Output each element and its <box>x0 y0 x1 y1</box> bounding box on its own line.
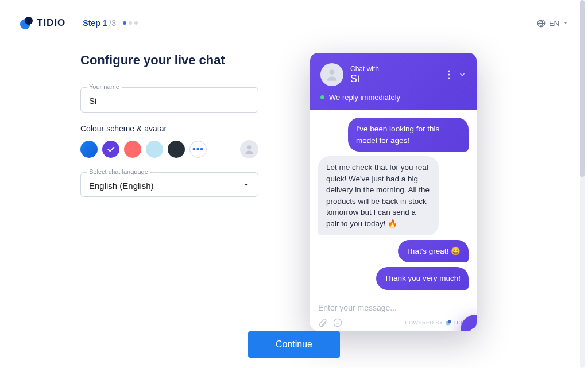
online-dot-icon <box>320 95 324 99</box>
name-input[interactable] <box>89 96 250 106</box>
color-swatch-charcoal[interactable] <box>168 141 185 158</box>
person-icon <box>243 144 255 155</box>
send-icon <box>469 323 477 331</box>
step-current: Step 1 <box>83 18 107 28</box>
language-select-value: English (English) <box>89 181 250 191</box>
scrollbar-thumb[interactable] <box>580 0 585 177</box>
progress-dots <box>123 21 138 25</box>
reply-text: We reply immediately <box>329 93 400 102</box>
person-icon <box>324 67 339 82</box>
color-section-label: Colour scheme & avatar <box>80 124 258 133</box>
chat-body: I've been looking for this model for age… <box>310 110 477 296</box>
chat-input[interactable]: Enter your message... <box>318 303 469 312</box>
color-swatch-sky[interactable] <box>146 141 163 158</box>
attachment-icon[interactable] <box>318 318 327 327</box>
powered-by: POWERED BY TIDIO <box>405 320 469 326</box>
chat-header: Chat with Si We reply immediately <box>310 53 477 110</box>
name-label: Your name <box>87 83 122 90</box>
top-bar: TIDIO Step 1 /3 EN <box>0 0 588 30</box>
logo: TIDIO <box>20 16 65 30</box>
progress-dot-2 <box>129 21 132 25</box>
config-form: Configure your live chat Your name Colou… <box>80 53 258 331</box>
globe-icon <box>537 19 546 28</box>
svg-point-8 <box>334 319 341 326</box>
language-select[interactable]: Select chat language English (English) <box>80 172 258 197</box>
message-user: I've been looking for this model for age… <box>348 118 469 152</box>
svg-point-1 <box>25 17 33 25</box>
chat-with-label: Chat with <box>350 65 379 73</box>
svg-point-5 <box>448 70 450 72</box>
color-swatch-blue[interactable] <box>80 141 98 158</box>
check-icon <box>106 145 115 154</box>
language-code: EN <box>549 19 559 28</box>
svg-point-7 <box>448 77 450 79</box>
chevron-down-icon <box>243 181 250 188</box>
chevron-down-icon[interactable] <box>458 71 466 79</box>
color-swatch-coral[interactable] <box>124 141 141 158</box>
logo-icon <box>20 16 33 30</box>
progress-dot-3 <box>134 21 138 25</box>
name-field[interactable]: Your name <box>80 87 258 113</box>
logo-icon <box>446 320 451 326</box>
step-total: /3 <box>107 18 116 28</box>
kebab-menu-icon[interactable] <box>448 70 450 79</box>
reply-status: We reply immediately <box>320 93 466 102</box>
avatar-upload[interactable] <box>240 140 258 158</box>
svg-point-10 <box>447 320 451 323</box>
chat-operator-name: Si <box>350 73 379 85</box>
svg-point-3 <box>247 145 252 149</box>
page-title: Configure your live chat <box>80 53 258 68</box>
message-user: That's great! 😄 <box>398 240 469 263</box>
chat-preview: Chat with Si We reply immediately I've <box>310 53 477 331</box>
svg-point-4 <box>330 69 335 75</box>
emoji-icon[interactable] <box>333 318 342 327</box>
chat-avatar <box>320 63 343 86</box>
language-select-label: Select chat language <box>87 168 150 175</box>
progress-dot-1 <box>123 21 126 25</box>
language-selector[interactable]: EN <box>537 19 568 28</box>
message-user: Thank you very much! <box>376 267 469 290</box>
chevron-down-icon <box>563 20 568 26</box>
scrollbar-track[interactable] <box>580 0 585 368</box>
chat-input-area: Enter your message... POWERED BY TIDIO <box>310 296 477 331</box>
step-indicator: Step 1 /3 <box>83 18 138 28</box>
message-agent: Let me check that for you real quick! We… <box>318 156 439 235</box>
more-colors-button[interactable]: ••• <box>189 141 207 158</box>
color-swatch-row: ••• <box>80 140 258 158</box>
continue-button[interactable]: Continue <box>248 331 340 358</box>
svg-point-6 <box>448 73 450 75</box>
color-swatch-purple[interactable] <box>102 141 119 158</box>
logo-text: TIDIO <box>37 17 65 29</box>
